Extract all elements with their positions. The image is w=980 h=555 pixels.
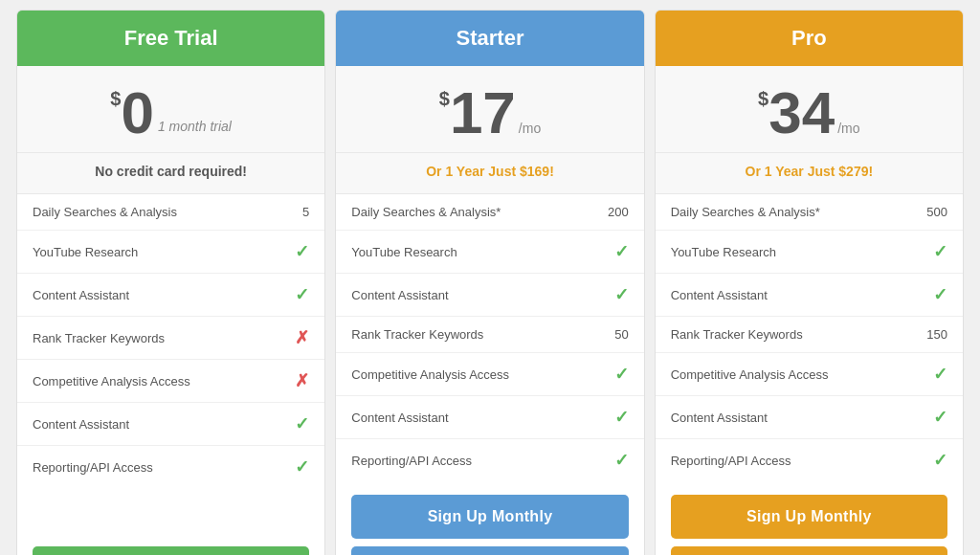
feature-value: ✓ <box>614 284 629 305</box>
feature-name: YouTube Research <box>671 245 776 259</box>
feature-row: Rank Tracker Keywords150 <box>656 317 963 353</box>
feature-value: ✓ <box>295 284 309 305</box>
feature-name: Daily Searches & Analysis* <box>671 205 820 219</box>
feature-name: Daily Searches & Analysis* <box>351 205 501 219</box>
feature-value: ✓ <box>614 407 629 428</box>
feature-value: 5 <box>302 205 309 219</box>
feature-name: Reporting/API Access <box>671 454 791 468</box>
feature-name: Competitive Analysis Access <box>351 367 509 382</box>
feature-value: ✓ <box>295 456 309 477</box>
feature-value: ✓ <box>933 407 947 428</box>
feature-row: Reporting/API Access✓ <box>17 446 324 488</box>
pricing-table: Free Trial$01 month trialNo credit card … <box>11 10 969 555</box>
btn-starter-1[interactable]: Sign Up Annually & Save! <box>351 546 628 555</box>
plan-price-free-trial: $01 month trial <box>27 83 315 143</box>
feature-name: Competitive Analysis Access <box>33 374 190 388</box>
feature-value: 500 <box>926 205 947 219</box>
price-period: /mo <box>519 122 541 135</box>
plan-price-block-starter: $17/mo <box>336 66 643 153</box>
feature-name: Competitive Analysis Access <box>671 367 829 382</box>
feature-row: Daily Searches & Analysis*500 <box>656 194 963 231</box>
feature-value: ✓ <box>614 241 629 262</box>
feature-name: Rank Tracker Keywords <box>671 327 803 342</box>
plan-actions-starter: Sign Up MonthlySign Up Annually & Save! <box>336 481 643 555</box>
feature-name: Reporting/API Access <box>33 460 153 475</box>
plan-subtitle-text: Or 1 Year Just $169! <box>426 164 554 179</box>
plan-price-starter: $17/mo <box>345 83 634 143</box>
feature-row: YouTube Research✓ <box>336 231 643 274</box>
price-dollar-sign: $ <box>439 89 450 108</box>
feature-row: Content Assistant✓ <box>656 396 963 439</box>
feature-row: Content Assistant✓ <box>17 274 324 317</box>
plan-price-pro: $34/mo <box>665 83 953 143</box>
btn-pro-1[interactable]: Sign Up Annually & Save! <box>671 546 947 555</box>
feature-name: YouTube Research <box>33 245 138 259</box>
feature-value: ✓ <box>933 284 947 305</box>
feature-row: Rank Tracker Keywords✗ <box>17 317 324 360</box>
feature-value: 50 <box>614 327 628 342</box>
feature-value: ✓ <box>933 241 947 262</box>
feature-name: Rank Tracker Keywords <box>33 331 165 345</box>
btn-pro-0[interactable]: Sign Up Monthly <box>671 495 947 539</box>
feature-row: Content Assistant✓ <box>336 274 643 317</box>
plan-subtitle-text: No credit card required! <box>95 164 247 179</box>
plan-subtitle-starter: Or 1 Year Just $169! <box>336 153 643 194</box>
price-dollar-sign: $ <box>758 89 768 108</box>
plan-header-free-trial: Free Trial <box>17 11 324 66</box>
price-period: /mo <box>837 122 859 135</box>
plan-actions-pro: Sign Up MonthlySign Up Annually & Save! <box>656 481 963 555</box>
feature-name: Content Assistant <box>33 288 129 302</box>
feature-row: Content Assistant✓ <box>336 396 643 439</box>
feature-row: Content Assistant✓ <box>656 274 963 317</box>
plan-header-starter: Starter <box>336 11 643 66</box>
plan-card-starter: Starter$17/moOr 1 Year Just $169!Daily S… <box>335 10 644 555</box>
plan-card-pro: Pro$34/moOr 1 Year Just $279!Daily Searc… <box>655 10 964 555</box>
feature-value: ✗ <box>295 327 309 348</box>
price-amount: 0 <box>121 83 153 143</box>
plan-subtitle-free-trial: No credit card required! <box>17 153 324 194</box>
feature-name: Content Assistant <box>351 411 448 425</box>
feature-value: ✗ <box>295 370 309 391</box>
feature-row: Competitive Analysis Access✗ <box>17 360 324 403</box>
feature-name: Rank Tracker Keywords <box>351 327 483 342</box>
btn-starter-0[interactable]: Sign Up Monthly <box>351 495 628 539</box>
plan-price-block-pro: $34/mo <box>656 66 963 153</box>
btn-free-trial-0[interactable]: Get Started Now <box>33 546 309 555</box>
feature-row: Reporting/API Access✓ <box>656 439 963 481</box>
feature-value: ✓ <box>614 364 629 385</box>
plan-price-block-free-trial: $01 month trial <box>17 66 324 153</box>
price-period: 1 month trial <box>158 120 232 133</box>
plan-subtitle-text: Or 1 Year Just $279! <box>746 164 874 179</box>
feature-value: ✓ <box>933 450 947 471</box>
feature-name: Content Assistant <box>33 417 129 432</box>
feature-name: Daily Searches & Analysis <box>33 205 177 219</box>
feature-value: ✓ <box>933 364 947 385</box>
features-list-starter: Daily Searches & Analysis*200YouTube Res… <box>336 194 643 481</box>
feature-name: Content Assistant <box>671 411 768 425</box>
feature-value: 200 <box>608 205 629 219</box>
feature-name: Reporting/API Access <box>351 454 472 468</box>
feature-row: Rank Tracker Keywords50 <box>336 317 643 353</box>
feature-row: YouTube Research✓ <box>17 231 324 274</box>
plan-subtitle-pro: Or 1 Year Just $279! <box>656 153 963 194</box>
feature-row: Reporting/API Access✓ <box>336 439 643 481</box>
feature-value: ✓ <box>295 413 309 434</box>
feature-value: ✓ <box>614 450 629 471</box>
feature-row: Daily Searches & Analysis*200 <box>336 194 643 231</box>
feature-row: Content Assistant✓ <box>17 403 324 446</box>
feature-row: YouTube Research✓ <box>656 231 963 274</box>
plan-header-pro: Pro <box>656 11 963 66</box>
plan-actions-free-trial: Get Started Now <box>17 533 324 555</box>
features-list-pro: Daily Searches & Analysis*500YouTube Res… <box>656 194 963 481</box>
feature-name: Content Assistant <box>351 288 448 302</box>
price-dollar-sign: $ <box>110 89 121 108</box>
feature-name: YouTube Research <box>351 245 457 259</box>
price-amount: 34 <box>768 83 835 143</box>
feature-row: Competitive Analysis Access✓ <box>656 353 963 396</box>
feature-row: Daily Searches & Analysis5 <box>17 194 324 231</box>
feature-value: ✓ <box>295 241 309 262</box>
plan-card-free-trial: Free Trial$01 month trialNo credit card … <box>16 10 325 555</box>
features-list-free-trial: Daily Searches & Analysis5YouTube Resear… <box>17 194 324 533</box>
feature-value: 150 <box>926 327 947 342</box>
feature-name: Content Assistant <box>671 288 768 302</box>
